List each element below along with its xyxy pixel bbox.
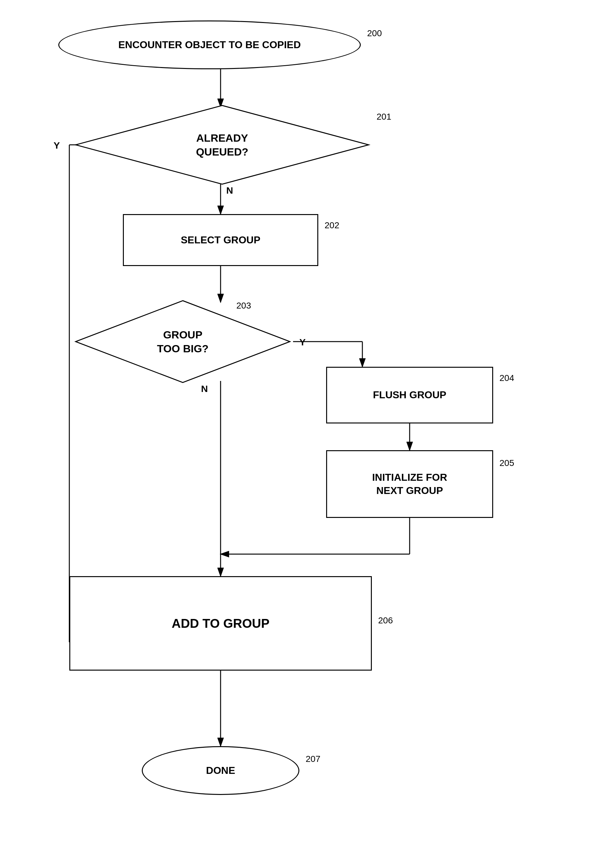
process4-ref: 206 xyxy=(378,615,393,626)
process1-node: SELECT GROUP xyxy=(123,214,318,266)
decision2-node: GROUPTOO BIG? xyxy=(73,299,293,384)
n1-label: N xyxy=(226,185,233,196)
process2-ref: 204 xyxy=(499,373,514,383)
decision2-label: GROUPTOO BIG? xyxy=(157,328,208,355)
process2-label: FLUSH GROUP xyxy=(373,389,446,402)
start-node: ENCOUNTER OBJECT TO BE COPIED xyxy=(58,20,361,69)
decision1-ref: 201 xyxy=(376,112,391,122)
decision2-ref: 203 xyxy=(236,301,251,311)
n2-label: N xyxy=(201,383,208,394)
decision1-label: ALREADYQUEUED? xyxy=(196,131,248,159)
process3-ref: 205 xyxy=(499,458,514,468)
process1-ref: 202 xyxy=(325,220,339,231)
decision1-node: ALREADYQUEUED? xyxy=(73,104,372,186)
process1-label: SELECT GROUP xyxy=(181,234,260,247)
flowchart-diagram: ENCOUNTER OBJECT TO BE COPIED 200 ALREAD… xyxy=(0,0,611,868)
start-ref: 200 xyxy=(367,28,382,39)
end-label: DONE xyxy=(206,764,235,777)
y1-label: Y xyxy=(54,140,60,151)
process3-label: INITIALIZE FORNEXT GROUP xyxy=(372,471,447,497)
process4-label: ADD TO GROUP xyxy=(172,615,269,632)
process4-node: ADD TO GROUP xyxy=(69,576,372,671)
process3-node: INITIALIZE FORNEXT GROUP xyxy=(326,450,493,518)
end-node: DONE xyxy=(142,746,299,795)
process2-node: FLUSH GROUP xyxy=(326,367,493,423)
start-label: ENCOUNTER OBJECT TO BE COPIED xyxy=(118,39,301,52)
end-ref: 207 xyxy=(306,754,320,764)
y2-label: Y xyxy=(299,337,306,347)
